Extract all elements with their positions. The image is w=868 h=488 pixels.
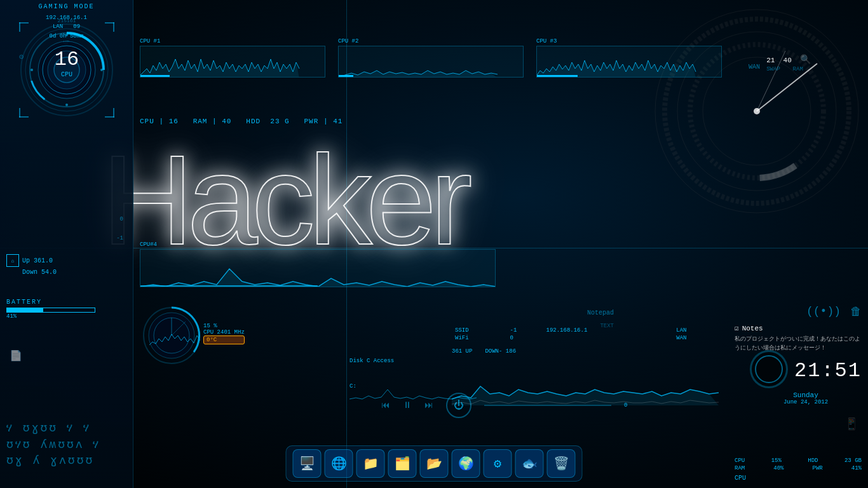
dock-icon-monitor[interactable]: 🖥️	[293, 449, 322, 478]
left-panel: 16 CPU 215161 ⚙ GAMING MODE 192.168.16.1…	[0, 0, 133, 488]
script-line1: ሃ ʊɣʊʊ ሃ ሃ	[6, 421, 100, 437]
dock-icon-folder2[interactable]: 🗂️	[388, 449, 417, 478]
net-down-value: Down 54.0	[22, 269, 57, 276]
dock-icon-browser[interactable]: 🌐	[325, 449, 353, 478]
cpu-bottom-label: CPU	[735, 475, 862, 482]
bottom-pwr-label: PWR	[813, 465, 823, 471]
taskbar-dock: 🖥️ 🌐 📁 🗂️ 📂 🌍 ⚙️ 🐟 🗑️	[286, 445, 583, 482]
network-info-table: SSID -1 192.168.16.1 LAN WiFi 0 WAN	[452, 327, 719, 342]
svg-rect-15	[113, 22, 114, 32]
network-stats: ⌂ Up 361.0 Down 54.0	[6, 254, 127, 278]
media-pause[interactable]: ⏸	[403, 400, 412, 410]
wan-val: WAN	[673, 334, 719, 342]
stats-pwr-label: PWR	[304, 118, 319, 125]
svg-marker-20	[140, 59, 299, 77]
wan-label: WAN	[749, 64, 760, 71]
lan-value: LAN	[673, 327, 719, 334]
cpu3-waveform	[537, 46, 721, 77]
gaming-mode-label: GAMING MODE	[0, 3, 133, 10]
cpu-gauge-widget: 16 CPU 215161 ⚙	[6, 13, 127, 165]
cpu1-bar	[140, 75, 170, 77]
cpu3-label: CPU #3	[536, 38, 722, 44]
notepad-label: Notepad	[587, 309, 614, 316]
stats-ram-label: RAM	[193, 118, 208, 125]
net-up-value: Up 361.0	[22, 257, 53, 264]
svg-rect-12	[19, 22, 29, 24]
cpu3-bar	[537, 75, 578, 77]
stats-ram-val: 40	[222, 118, 231, 125]
clock-time: 21:51	[794, 359, 862, 383]
disk-label: Disk C Access	[349, 358, 394, 364]
battery-bar	[6, 308, 95, 313]
wifi-row: WiFi 0 WAN	[452, 334, 719, 342]
dock-icon-globe[interactable]: 🌍	[452, 449, 480, 478]
cpu1-waveform	[140, 46, 325, 77]
wifi-val: 0	[507, 334, 543, 342]
cpu2-waveform	[339, 46, 523, 77]
clock-time-block: 21:51	[794, 359, 862, 383]
swap-val: 21	[766, 57, 775, 64]
cpu-gauge-label: CPU	[6, 71, 127, 78]
svg-rect-18	[105, 116, 114, 118]
cpu-top-row: CPU #1 CPU #2 CPU #3	[140, 38, 722, 78]
ram-label: RAM	[793, 66, 803, 72]
dock-icon-trash[interactable]: 🗑️	[547, 449, 576, 478]
script-line2: ʊሃʊ ʎʍʊʊʌ ሃ	[6, 437, 100, 453]
notepad-text-label: TEXT	[600, 323, 614, 329]
clock-row: 21:51	[750, 350, 862, 391]
cpu4-panel: CPU#4	[140, 241, 496, 287]
ssid-label: SSID	[452, 327, 507, 334]
wifi-label: WiFi	[452, 334, 507, 342]
decorative-script: ሃ ʊɣʊʊ ሃ ሃ ʊሃʊ ʎʍʊʊʌ ሃ ʊɣ ʎ ɣʌʊʊʊ	[6, 421, 100, 469]
cpu1-graph	[140, 46, 325, 78]
media-prev[interactable]: ⏮	[381, 400, 390, 410]
cpu1-panel: CPU #1	[140, 38, 325, 78]
svg-rect-16	[19, 116, 29, 118]
trash-icon[interactable]: 🗑	[850, 305, 862, 318]
cpu-panels-area: CPU #1 CPU #2 CPU #3	[140, 38, 722, 152]
script-line3: ʊɣ ʎ ɣʌʊʊʊ	[6, 453, 100, 469]
cpu-pct: 15 %	[203, 323, 245, 329]
ssid-row: SSID -1 192.168.16.1 LAN	[452, 327, 719, 334]
svg-marker-23	[140, 269, 495, 287]
dock-icon-fish[interactable]: 🐟	[515, 449, 544, 478]
svg-rect-13	[19, 22, 20, 32]
battery-bar-fill	[7, 308, 43, 312]
battery-percent: 41%	[6, 313, 127, 320]
dock-icon-folder3[interactable]: 📂	[420, 449, 449, 478]
wifi-icon[interactable]: ((•))	[806, 305, 841, 318]
stats-cpu-val: 16	[169, 118, 179, 125]
swap-ram-display: 21 40 🔍 SWAP RAM	[766, 54, 811, 72]
mini-waveform-area	[149, 323, 200, 348]
cpu2-graph	[338, 46, 524, 78]
cpu-freq-info: 15 % CPU 2401 MHz 0°C	[203, 323, 245, 344]
top-right-icons-area: ((•)) 🗑	[806, 305, 862, 318]
dock-icon-settings[interactable]: ⚙️	[484, 449, 512, 478]
bottom-cpu-label: CPU	[735, 458, 745, 464]
net-down-row: Down 54.0	[6, 269, 127, 276]
notes-title: Notes	[742, 325, 763, 332]
media-next[interactable]: ⏭	[424, 400, 433, 410]
stats-cpu-label: CPU	[140, 118, 154, 125]
cpu-stat-row: CPU 15% HDD 23 GB	[735, 458, 862, 464]
ram-val: 40	[783, 57, 792, 64]
svg-rect-19	[113, 108, 114, 118]
ram-stat-row: RAM 40% PWR 41%	[735, 465, 862, 471]
cpu-gauge-value: 16	[6, 48, 127, 71]
bottom-pwr-val: 41%	[851, 465, 862, 471]
stats-pwr-val: 41	[333, 118, 342, 125]
stats-bar: CPU | 16 RAM | 40 HDD 23 G PWR | 41	[140, 118, 722, 125]
cpu2-label: CPU #2	[338, 38, 524, 44]
net-up-row: ⌂ Up 361.0	[6, 254, 127, 267]
cpu4-bar	[140, 285, 318, 287]
svg-marker-21	[339, 71, 498, 77]
swap-label: SWAP	[766, 66, 780, 72]
search-icon[interactable]: 🔍	[800, 55, 811, 65]
disk-section: Disk C Access C:	[349, 358, 394, 390]
dock-icon-folder1[interactable]: 📁	[356, 449, 385, 478]
svg-rect-17	[19, 108, 20, 118]
clock-circle	[750, 350, 788, 388]
clock-inner-ring	[755, 355, 783, 383]
cpu4-waveform	[140, 250, 495, 287]
clock-day: Sunday	[750, 391, 862, 399]
